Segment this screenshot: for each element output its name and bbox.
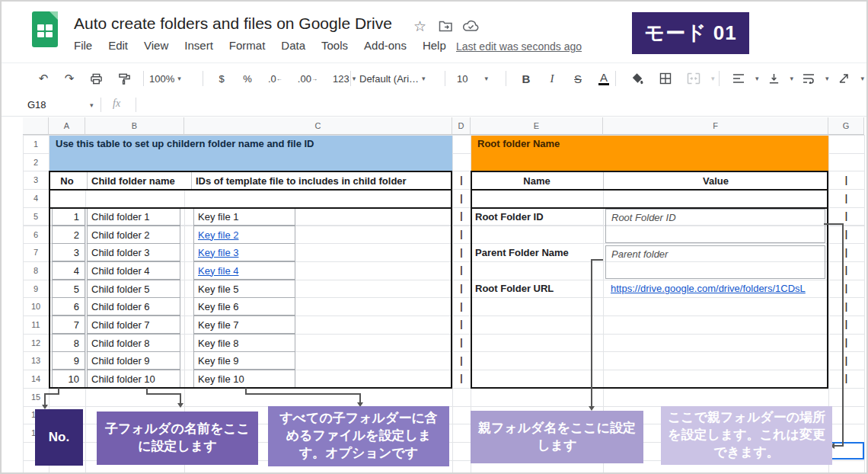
text-color-button[interactable]: A [598,72,609,85]
sheets-logo-icon[interactable] [32,11,58,47]
header-name[interactable]: Name [471,172,603,189]
font-size-select[interactable]: 10▾ [457,63,488,94]
row-header-1[interactable]: 1 [23,135,49,153]
text-rotation-dropdown-icon: ▾ [861,75,865,82]
vertical-align-button[interactable] [768,73,780,85]
separator-column-d: |||| |||| |||| [452,171,471,387]
row-header-11[interactable]: 11 [23,315,49,334]
header-child-folder-name[interactable]: Child folder name [91,172,175,189]
column-header-a[interactable]: A [49,117,85,135]
connector-root-id [824,223,844,225]
row-header-6[interactable]: 6 [23,226,49,244]
row-header-13[interactable]: 13 [23,351,49,370]
fx-icon: fx [113,98,120,110]
callout-parent-folder: 親フォルダ名をここに設定します [471,411,643,463]
callout-no: No. [35,409,83,466]
menu-view[interactable]: View [144,39,168,52]
right-table-body-box [471,207,828,389]
format-currency-button[interactable]: $ [216,73,227,85]
menu-addons[interactable]: Add-ons [364,39,407,52]
strikethrough-button[interactable]: S [573,72,583,85]
row-header-10[interactable]: 10 [23,297,49,315]
root-folder-banner-text: Root folder Name [471,136,828,149]
menu-bar: File Edit View Insert Format Data Tools … [74,39,446,52]
formula-input[interactable] [143,97,859,112]
row-header-9[interactable]: 9 [23,280,49,298]
callout-key-files: すべての子フォルダーに含めるファイルを設定します。オプションです [268,406,449,466]
borders-button[interactable] [659,72,672,85]
menu-tools[interactable]: Tools [321,39,348,52]
row-header-7[interactable]: 7 [23,243,49,261]
row-header-14[interactable]: 14 [23,370,49,388]
font-family-select[interactable]: Default (Ari…▾ [359,63,426,94]
more-formats-button[interactable]: 123▾ [333,73,356,85]
row-header-2[interactable]: 2 [23,153,49,171]
menu-format[interactable]: Format [229,39,266,52]
vertical-align-dropdown-icon: ▾ [790,75,794,82]
toolbar: ↶ ↷ 100%▾ $ % .0← .00→ 123▾ [2,62,868,94]
left-banner-cell[interactable]: Use this table to set up childern folder… [49,136,452,171]
header-value[interactable]: Value [603,172,828,189]
format-percent-button[interactable]: % [242,73,253,85]
column-header-c[interactable]: C [184,117,452,135]
bold-button[interactable]: B [521,72,531,85]
row-header-5[interactable]: 5 [23,207,49,226]
italic-button[interactable]: I [547,72,557,85]
row-header-12[interactable]: 12 [23,334,49,352]
zoom-select[interactable]: 100%▾ [149,63,181,94]
merge-dropdown-icon[interactable]: ▾ [711,75,715,82]
left-banner-text: Use this table to set up childern folder… [49,136,452,149]
separator-column-g: |||| |||| |||| [828,171,864,387]
callout-root-location: ここで親フォルダーの場所を設定します。これは変更できます。 [661,406,832,465]
left-table-body-box [49,207,452,389]
menu-file[interactable]: File [74,39,92,52]
column-header-d[interactable]: D [452,117,471,135]
name-box[interactable]: G18 [27,99,46,110]
column-header-f[interactable]: F [603,117,828,135]
horizontal-align-button[interactable] [732,73,745,84]
row-header-4[interactable]: 4 [23,189,49,207]
callout-child-folder-name: 子フォルダの名前をここに設定します [97,412,258,465]
column-header-e[interactable]: E [471,117,603,135]
zoom-dropdown-icon: ▾ [177,75,181,82]
name-box-dropdown-icon[interactable]: ▾ [90,101,94,109]
sheets-logo-grid [37,24,53,37]
redo-button[interactable]: ↷ [64,72,75,85]
select-all-corner[interactable] [23,117,49,135]
header-template-ids[interactable]: IDs of template file to includes in chil… [196,172,407,189]
document-title[interactable]: Auto create folders and files on Google … [74,14,392,33]
move-folder-icon[interactable] [439,20,453,32]
google-sheets-window: Auto create folders and files on Google … [0,0,868,474]
row-header-8[interactable]: 8 [23,261,49,280]
text-wrap-dropdown-icon: ▾ [825,75,829,82]
formula-bar: G18 ▾ fx [2,94,868,117]
menu-help[interactable]: Help [423,39,446,52]
text-wrap-button[interactable] [803,73,815,84]
print-button[interactable] [90,72,103,85]
root-folder-banner-cell[interactable]: Root folder Name [471,136,828,171]
menu-data[interactable]: Data [281,39,305,52]
font-size-dropdown-icon: ▾ [484,75,488,82]
menu-insert[interactable]: Insert [184,39,213,52]
increase-decimal-button[interactable]: .00→ [298,73,318,85]
menu-edit[interactable]: Edit [108,39,128,52]
star-icon[interactable]: ☆ [413,18,426,35]
column-header-b[interactable]: B [85,117,184,135]
horizontal-align-dropdown-icon: ▾ [755,75,759,82]
sheets-logo-fold [49,11,58,20]
cloud-status-icon[interactable] [463,20,479,32]
paint-format-button[interactable] [118,72,131,85]
mode-badge: モード 01 [632,12,749,54]
decrease-decimal-button[interactable]: .0← [268,73,282,85]
column-header-g[interactable]: G [828,117,864,135]
header-no[interactable]: No [49,172,85,189]
font-dropdown-icon: ▾ [422,75,426,82]
row-header-3[interactable]: 3 [23,171,49,189]
text-rotation-button[interactable] [838,73,850,84]
connector-child-name-arrow [177,403,183,408]
last-edit-link[interactable]: Last edit was seconds ago [456,40,582,53]
fill-color-button[interactable] [630,72,644,85]
connector-parent-name [591,259,603,261]
merge-cells-button[interactable] [687,72,700,85]
undo-button[interactable]: ↶ [38,72,49,85]
